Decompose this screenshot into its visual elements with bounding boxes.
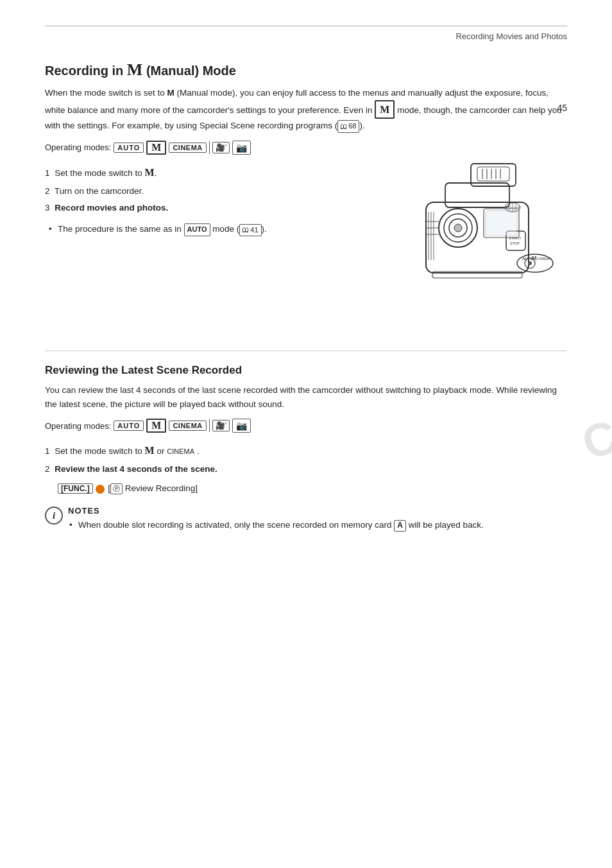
step-2-num: 2 <box>45 186 50 196</box>
s2-step-1-num: 1 <box>45 446 50 456</box>
svg-text:START/: START/ <box>509 236 522 240</box>
section1-body: When the mode switch is set to M (Manual… <box>45 86 567 133</box>
svg-text:STOP: STOP <box>510 241 520 245</box>
step-3-num: 3 <box>45 203 50 213</box>
page-header: Recording Movies and Photos <box>45 31 567 41</box>
mode-video-2: 🎥’ <box>212 420 230 431</box>
step-3-bold: Record movies and photos. <box>55 203 168 213</box>
inline-M-badge: M <box>375 100 395 119</box>
top-rule <box>45 26 567 26</box>
section2-operating-modes: Operating modes: AUTO M CINEMA 🎥’ 📷 <box>45 419 567 433</box>
s2-M-inline: M <box>145 445 155 456</box>
notes-content: NOTES When double slot recording is acti… <box>68 506 484 539</box>
s2-step-2-num: 2 <box>45 464 50 474</box>
section1-title: Recording in M (Manual) Mode <box>45 60 567 80</box>
ref-badge-68: 🕮 68 <box>337 120 359 133</box>
step2-substep: [FUNC.] [Ⓟ Review Recording] <box>45 483 567 494</box>
camcorder-image: COPY <box>387 151 567 333</box>
section2-title: Reviewing the Latest Scene Recorded <box>45 364 567 377</box>
s2-cinema-inline: CINEMA <box>167 447 194 455</box>
notes-section: i NOTES When double slot recording is ac… <box>45 506 567 539</box>
mode-divider <box>209 141 210 154</box>
section2-steps: 1 Set the mode switch to M or CINEMA . 2… <box>45 442 567 477</box>
review-badge: Ⓟ <box>110 483 123 494</box>
mode-cinema: CINEMA <box>169 143 206 153</box>
inline-auto: AUTO <box>184 223 210 236</box>
page-number: 45 <box>557 103 567 113</box>
title-prefix: Recording in <box>45 64 127 78</box>
func-button: [FUNC.] <box>58 483 93 494</box>
step-2: 2 Turn on the camcorder. <box>45 184 375 199</box>
section1-steps-area: 1 Set the mode switch to M. 2 Turn on th… <box>45 164 375 243</box>
svg-point-4 <box>454 224 462 232</box>
orange-dot <box>96 485 105 494</box>
book-icon-2: 🕮 <box>242 225 249 235</box>
mode-photo-2: 📷 <box>232 419 251 433</box>
mode-auto: AUTO <box>114 143 144 153</box>
section-divider <box>45 351 567 351</box>
s2-step-2-bold: Review the last 4 seconds of the scene. <box>55 464 217 474</box>
section1-steps: 1 Set the mode switch to M. 2 Turn on th… <box>45 164 375 216</box>
copy-watermark: COPY <box>575 372 612 470</box>
operating-modes-label-2: Operating modes: <box>45 421 111 431</box>
mode-M: M <box>146 141 166 155</box>
section2-step-1: 1 Set the mode switch to M or CINEMA . <box>45 442 567 460</box>
notes-bullets: When double slot recording is activated,… <box>68 518 484 532</box>
svg-point-21 <box>528 261 532 265</box>
section-reviewing: Reviewing the Latest Scene Recorded You … <box>45 364 567 539</box>
inline-M-bold: M <box>167 88 174 98</box>
memory-card-A: A <box>394 520 406 532</box>
mode-M-2: M <box>146 419 166 433</box>
mode-photo: 📷 <box>232 141 251 155</box>
step-3: 3 Record movies and photos. <box>45 200 375 216</box>
camcorder-svg: START/ STOP AUTO M CINEMA <box>387 151 567 331</box>
bullet-1: The procedure is the same as in AUTO mod… <box>58 222 375 236</box>
header-title: Recording Movies and Photos <box>456 31 567 41</box>
mode-auto-2: AUTO <box>114 421 144 431</box>
svg-text:CINEMA: CINEMA <box>537 257 552 261</box>
operating-modes-label: Operating modes: <box>45 143 111 152</box>
mode-cinema-2: CINEMA <box>169 421 206 431</box>
section2-step-2: 2 Review the last 4 seconds of the scene… <box>45 462 567 477</box>
book-icon: 🕮 <box>341 121 347 132</box>
review-icon: Ⓟ <box>113 484 120 494</box>
title-suffix: (Manual) Mode <box>142 64 236 78</box>
section1-bullets: The procedure is the same as in AUTO mod… <box>45 222 375 236</box>
section2-body: You can review the last 4 seconds of the… <box>45 383 567 411</box>
step-1-num: 1 <box>45 168 50 178</box>
section1-content-row: 1 Set the mode switch to M. 2 Turn on th… <box>45 164 567 333</box>
info-icon: i <box>45 507 63 525</box>
title-M: M <box>127 60 143 79</box>
mode-divider-2 <box>209 419 210 432</box>
svg-rect-30 <box>486 211 517 236</box>
notes-bullet-1: When double slot recording is activated,… <box>78 518 484 532</box>
section-recording-m: Recording in M (Manual) Mode When the mo… <box>45 60 567 333</box>
step-1: 1 Set the mode switch to M. <box>45 164 375 182</box>
page: Recording Movies and Photos 45 Recording… <box>0 0 612 868</box>
ref-badge-41: 🕮 41 <box>239 224 261 237</box>
step1-M: M <box>145 167 155 178</box>
notes-label: NOTES <box>68 506 484 516</box>
mode-video: 🎥’ <box>212 142 230 153</box>
